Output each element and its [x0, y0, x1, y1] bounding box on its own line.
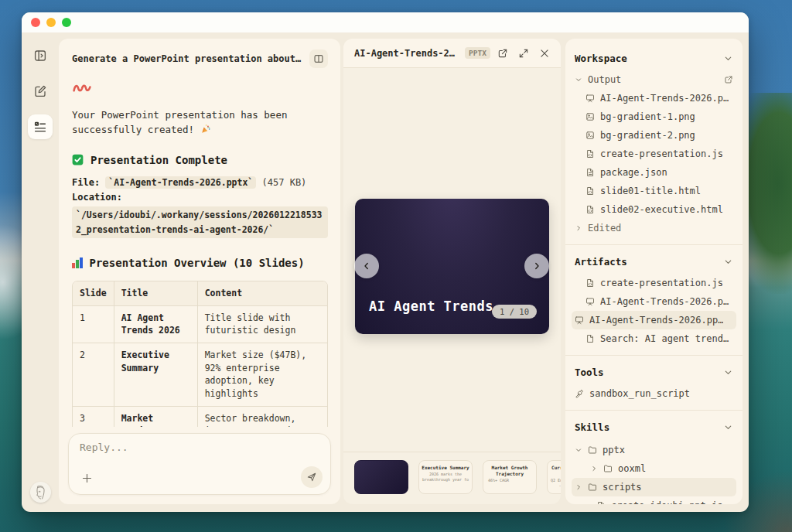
split-view-icon[interactable]	[309, 49, 328, 68]
artifact-item-selected[interactable]: AI-Agent-Trends-2026.pp…	[572, 311, 736, 329]
filetype-badge: PPTX	[465, 47, 490, 59]
tools-title: Tools	[575, 367, 604, 378]
thumbnail-subtitle: 46%+ CAGR	[486, 478, 534, 483]
reply-input[interactable]	[80, 442, 319, 462]
artifact-label: create-presentation.js	[600, 278, 723, 288]
user-avatar[interactable]	[30, 482, 51, 503]
thumbnail-title: Executive Summary	[422, 465, 469, 471]
prev-slide-button[interactable]	[354, 254, 379, 278]
table-header-row: Slide Title Content	[73, 281, 327, 306]
folder-icon	[588, 483, 597, 492]
location-label: Location:	[72, 192, 122, 203]
skill-folder-label: scripts	[603, 482, 642, 493]
code-file-icon	[585, 186, 595, 196]
table-row: 2 Executive Summary Market size ($47B), …	[73, 343, 327, 407]
workspace-file[interactable]: bg-gradient-2.png	[575, 126, 733, 145]
image-file-icon	[585, 131, 595, 140]
cell-slide-content: Market size ($47B), 92% enterprise adopt…	[197, 343, 327, 407]
workspace-file[interactable]: slide02-executive.html	[575, 200, 733, 219]
artifact-item[interactable]: Search: AI agent trends…	[575, 329, 733, 348]
file-label: AI-Agent-Trends-2026.p…	[600, 93, 729, 104]
chevron-down-icon	[575, 446, 582, 454]
file-preview-panel: AI-Agent-Trends-2026.pptx PPTX AI Agent …	[343, 39, 561, 504]
artifacts-section-header[interactable]: Artifacts	[575, 252, 733, 271]
assistant-message-text: Your PowerPoint presentation has been su…	[72, 109, 287, 135]
workspace-section-header[interactable]: Workspace	[575, 49, 733, 67]
file-name-code: `AI-Agent-Trends-2026.pptx`	[105, 176, 256, 189]
attach-plus-button[interactable]	[78, 469, 95, 486]
artifacts-title: Artifacts	[575, 256, 627, 268]
file-label: File:	[72, 177, 100, 188]
skills-section-header[interactable]: Skills	[575, 418, 733, 436]
assistant-message: Your PowerPoint presentation has been su…	[72, 107, 328, 138]
tasks-list-icon[interactable]	[28, 114, 53, 139]
slide-preview: AI Agent Trends 1 / 10	[355, 199, 549, 334]
skill-folder-label: pptx	[603, 445, 625, 455]
skill-folder-scripts[interactable]: scripts	[572, 478, 736, 496]
slide-counter: 1 / 10	[492, 305, 537, 319]
edited-folder-toggle[interactable]: Edited	[575, 219, 733, 237]
cell-slide-num: 1	[73, 306, 114, 343]
workspace-file[interactable]: create-presentation.js	[575, 145, 733, 163]
workspace-file[interactable]: slide01-title.html	[575, 182, 733, 200]
chevron-left-icon	[362, 261, 371, 271]
tools-section-header[interactable]: Tools	[575, 363, 733, 381]
cell-slide-num: 3	[73, 407, 114, 427]
document-file-icon	[585, 168, 595, 177]
thumbnail-slide-4[interactable]: Current Adoption Status Q2 Enterprise Su…	[547, 460, 561, 494]
section-divider	[565, 244, 742, 245]
sidebar-toggle-icon[interactable]	[28, 43, 53, 68]
send-button[interactable]	[301, 466, 323, 488]
artifact-label: AI-Agent-Trends-2026.pp…	[600, 296, 733, 307]
workspace-file[interactable]: AI-Agent-Trends-2026.p…	[575, 89, 733, 107]
skills-title: Skills	[575, 421, 609, 433]
code-file-icon	[585, 149, 595, 159]
skill-file[interactable]: create-idoubi-ppt.js	[575, 496, 733, 504]
chevron-down-icon	[723, 367, 733, 377]
thumbnail-slide-2[interactable]: Executive Summary 2026 marks the breakth…	[418, 460, 473, 494]
thumbnail-slide-1[interactable]	[354, 460, 408, 494]
preview-filename: AI-Agent-Trends-2026.pptx	[354, 48, 458, 59]
thumbnail-title: Current Adoption Status	[550, 465, 561, 477]
file-info: File: `AI-Agent-Trends-2026.pptx` (457 K…	[72, 176, 328, 238]
file-label: bg-gradient-2.png	[600, 130, 695, 141]
chevron-right-icon	[532, 261, 541, 271]
skill-folder-label: ooxml	[618, 463, 646, 474]
skill-file-label: create-idoubi-ppt.js	[611, 500, 723, 504]
cell-slide-title: Market Landscape	[114, 407, 197, 427]
next-slide-button[interactable]	[524, 254, 549, 278]
paper-plane-icon	[306, 472, 317, 483]
skill-folder-pptx[interactable]: pptx	[575, 441, 733, 459]
folder-icon	[603, 464, 613, 473]
right-sidebar: Workspace Output AI-Agent-Trends-2026.p……	[565, 39, 742, 504]
zoom-window-button[interactable]	[62, 18, 71, 27]
expand-icon[interactable]	[518, 48, 529, 59]
chevron-right-icon	[590, 465, 598, 472]
assistant-logo-squiggle-icon	[72, 81, 328, 97]
left-rail	[22, 32, 59, 512]
skill-folder-ooxml[interactable]: ooxml	[575, 459, 733, 478]
chat-messages: Generate a PowerPoint presentation about…	[59, 39, 340, 427]
artifact-item[interactable]: create-presentation.js	[575, 274, 733, 292]
app-window: Generate a PowerPoint presentation about…	[22, 12, 749, 512]
new-chat-icon[interactable]	[28, 79, 53, 104]
thumbnail-slide-3[interactable]: Market Growth Trajectory 46%+ CAGR	[483, 460, 537, 494]
workspace-file[interactable]: bg-gradient-1.png	[575, 107, 733, 126]
chat-panel: Generate a PowerPoint presentation about…	[59, 39, 340, 504]
output-folder-toggle[interactable]: Output	[575, 70, 733, 89]
close-preview-icon[interactable]	[539, 48, 550, 59]
preview-body: AI Agent Trends 1 / 10 Executive Summary…	[343, 68, 561, 504]
document-file-icon	[585, 334, 595, 343]
tool-item[interactable]: sandbox_run_script	[575, 384, 733, 403]
file-label: slide01-title.html	[600, 186, 701, 196]
minimize-window-button[interactable]	[46, 18, 56, 27]
location-path-code: `/Users/idoubi/.workany/sessions/2026012…	[72, 206, 328, 238]
artifact-label: Search: AI agent trends…	[600, 333, 733, 344]
close-window-button[interactable]	[31, 18, 40, 27]
thumbnail-subtitle: 2026 marks the breakthrough year fo	[422, 472, 469, 483]
artifact-item[interactable]: AI-Agent-Trends-2026.pp…	[575, 292, 733, 311]
workspace-file[interactable]: package.json	[575, 163, 733, 182]
code-file-icon	[585, 205, 595, 214]
open-output-external-icon[interactable]	[724, 75, 733, 84]
open-external-icon[interactable]	[497, 48, 508, 59]
